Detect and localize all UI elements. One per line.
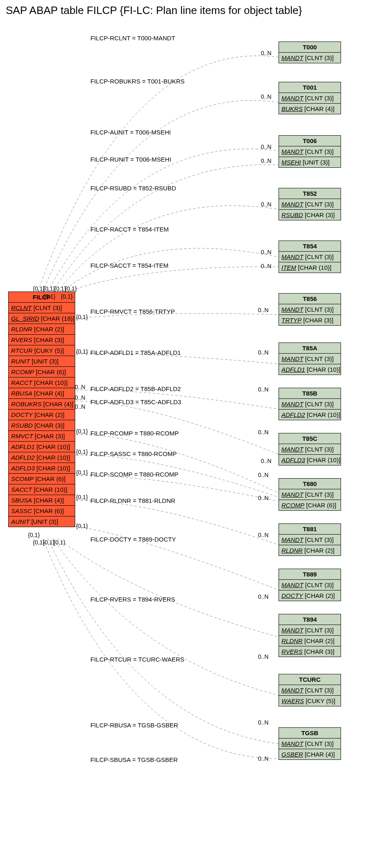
table-header: T856 bbox=[279, 294, 341, 304]
field-row: RMVCT [CHAR (3)] bbox=[9, 431, 75, 442]
field-row: MANDT [CLNT (3)] bbox=[279, 304, 341, 315]
table-t880: T880MANDT [CLNT (3)]RCOMP [CHAR (6)] bbox=[279, 478, 341, 511]
cardinality-src: 0..N bbox=[75, 394, 85, 401]
table-header: T889 bbox=[279, 569, 341, 580]
field-row: MANDT [CLNT (3)] bbox=[279, 53, 341, 63]
table-header: T85B bbox=[279, 388, 341, 399]
edge-label: FILCP-DOCTY = T889-DOCTY bbox=[90, 536, 176, 543]
table-header: T894 bbox=[279, 614, 341, 625]
field-row: RTCUR [CUKY (5)] bbox=[9, 345, 75, 356]
edge-label: FILCP-AUNIT = T006-MSEHI bbox=[90, 129, 171, 136]
edge-label: FILCP-ADFLD3 = T85C-ADFLD3 bbox=[90, 398, 181, 405]
field-row: MSEHI [UNIT (3)] bbox=[279, 157, 341, 167]
table-header: T006 bbox=[279, 136, 341, 146]
field-row: RLDNR [CHAR (2)] bbox=[279, 636, 341, 646]
cardinality-src: {0,1} bbox=[65, 285, 77, 292]
edge-label: FILCP-RTCUR = TCURC-WAERS bbox=[90, 656, 184, 663]
table-t856: T856MANDT [CLNT (3)]TRTYP [CHAR (3)] bbox=[279, 293, 341, 326]
table-t000: T000MANDT [CLNT (3)] bbox=[279, 42, 341, 63]
field-row: ADFLD2 [CHAR (10)] bbox=[9, 452, 75, 463]
cardinality-dst: 0..N bbox=[261, 458, 272, 464]
edge-label: FILCP-ROBUKRS = T001-BUKRS bbox=[90, 78, 184, 85]
cardinality-dst: 0..N bbox=[258, 653, 269, 660]
table-t881: T881MANDT [CLNT (3)]RLDNR [CHAR (2)] bbox=[279, 523, 341, 556]
cardinality-dst: 0..N bbox=[258, 755, 269, 762]
table-header: TGSB bbox=[279, 728, 341, 738]
field-row: ADFLD3 [CHAR (10)] bbox=[279, 455, 341, 465]
field-row: ITEM [CHAR (10)] bbox=[279, 262, 341, 273]
field-row: MANDT [CLNT (3)] bbox=[279, 738, 341, 749]
field-row: RUNIT [UNIT (3)] bbox=[9, 356, 75, 367]
table-t85b: T85BMANDT [CLNT (3)]ADFLD2 [CHAR (10)] bbox=[279, 388, 341, 420]
table-header: T000 bbox=[279, 42, 341, 53]
field-row: RCLNT [CLNT (3)] bbox=[9, 303, 75, 313]
field-row: SACCT [CHAR (10)] bbox=[9, 484, 75, 495]
page-title: SAP ABAP table FILCP {FI-LC: Plan line i… bbox=[6, 4, 371, 17]
field-row: RLDNR [CHAR (2)] bbox=[9, 324, 75, 335]
edge-label: FILCP-SACCT = T854-ITEM bbox=[90, 262, 168, 269]
field-row: RVERS [CHAR (3)] bbox=[279, 646, 341, 657]
field-row: BUKRS [CHAR (4)] bbox=[279, 104, 341, 114]
cardinality-dst: 0..N bbox=[258, 495, 269, 501]
field-row: MANDT [CLNT (3)] bbox=[279, 535, 341, 545]
edge-label: FILCP-RBUSA = TGSB-GSBER bbox=[90, 722, 178, 729]
edge-label: FILCP-RLDNR = T881-RLDNR bbox=[90, 497, 175, 504]
edge-label: FILCP-SASSC = T880-RCOMP bbox=[90, 450, 177, 457]
cardinality-dst: 0..N bbox=[258, 429, 269, 435]
table-header: T852 bbox=[279, 188, 341, 199]
cardinality-dst: 0..N bbox=[261, 249, 272, 255]
cardinality-src: {0,1} bbox=[44, 293, 55, 300]
cardinality-src: {0,1} bbox=[43, 539, 55, 546]
field-row: AUNIT [UNIT (3)] bbox=[9, 516, 75, 527]
field-row: RCOMP [CHAR (6)] bbox=[9, 367, 75, 377]
cardinality-src: {0,1} bbox=[61, 293, 73, 300]
edge-label: FILCP-RCOMP = T880-RCOMP bbox=[90, 430, 179, 437]
table-filcp: FILCP RCLNT [CLNT (3)]GL_SIRID [CHAR (18… bbox=[8, 292, 75, 527]
cardinality-dst: 0..N bbox=[261, 201, 272, 208]
field-row: MANDT [CLNT (3)] bbox=[279, 146, 341, 157]
field-row: MANDT [CLNT (3)] bbox=[279, 444, 341, 455]
field-row: WAERS [CUKY (5)] bbox=[279, 696, 341, 706]
erd-canvas: FILCP RCLNT [CLNT (3)]GL_SIRID [CHAR (18… bbox=[4, 20, 367, 867]
table-t889: T889MANDT [CLNT (3)]DOCTY [CHAR (2)] bbox=[279, 569, 341, 601]
cardinality-dst: 0..N bbox=[258, 472, 269, 478]
field-row: ROBUKRS [CHAR (4)] bbox=[9, 399, 75, 410]
table-header: T881 bbox=[279, 524, 341, 535]
field-row: RBUSA [CHAR (4)] bbox=[9, 388, 75, 399]
field-row: RLDNR [CHAR (2)] bbox=[279, 545, 341, 556]
table-header: T854 bbox=[279, 241, 341, 252]
field-row: GSBER [CHAR (4)] bbox=[279, 749, 341, 759]
cardinality-src: 0..N bbox=[75, 403, 85, 410]
cardinality-src: 0..N bbox=[75, 384, 85, 390]
cardinality-dst: 0..N bbox=[261, 144, 272, 150]
cardinality-dst: 0..N bbox=[258, 593, 269, 600]
table-t85a: T85AMANDT [CLNT (3)]ADFLD1 [CHAR (10)] bbox=[279, 343, 341, 375]
table-header: T880 bbox=[279, 479, 341, 489]
table-header: TCURC bbox=[279, 674, 341, 685]
field-row: TRTYP [CHAR (3)] bbox=[279, 315, 341, 325]
cardinality-dst: 0..N bbox=[258, 349, 269, 356]
table-header: T85C bbox=[279, 433, 341, 444]
cardinality-src: {0,1} bbox=[76, 428, 88, 435]
edge-label: FILCP-RSUBD = T852-RSUBD bbox=[90, 185, 176, 192]
table-t854: T854MANDT [CLNT (3)]ITEM [CHAR (10)] bbox=[279, 241, 341, 273]
cardinality-dst: 0..N bbox=[261, 93, 272, 100]
cardinality-src: {0,1} bbox=[28, 532, 40, 538]
field-row: MANDT [CLNT (3)] bbox=[279, 199, 341, 210]
table-header: T85A bbox=[279, 343, 341, 354]
edge-label: FILCP-RACCT = T854-ITEM bbox=[90, 226, 169, 233]
field-row: SBUSA [CHAR (4)] bbox=[9, 495, 75, 506]
field-row: ADFLD3 [CHAR (10)] bbox=[9, 463, 75, 474]
edge-label: FILCP-SCOMP = T880-RCOMP bbox=[90, 471, 178, 478]
cardinality-dst: 0..N bbox=[258, 386, 269, 393]
cardinality-dst: 0..N bbox=[261, 263, 272, 269]
cardinality-dst: 0..N bbox=[258, 719, 269, 726]
field-row: MANDT [CLNT (3)] bbox=[279, 354, 341, 364]
edge-label: FILCP-RMVCT = T856-TRTYP bbox=[90, 308, 175, 315]
field-row: MANDT [CLNT (3)] bbox=[279, 580, 341, 590]
edge-label: FILCP-SBUSA = TGSB-GSBER bbox=[90, 756, 178, 763]
field-row: RCOMP [CHAR (6)] bbox=[279, 500, 341, 510]
table-tcurc: TCURCMANDT [CLNT (3)]WAERS [CUKY (5)] bbox=[279, 674, 341, 706]
field-row: MANDT [CLNT (3)] bbox=[279, 252, 341, 262]
table-t894: T894MANDT [CLNT (3)]RLDNR [CHAR (2)]RVER… bbox=[279, 614, 341, 657]
